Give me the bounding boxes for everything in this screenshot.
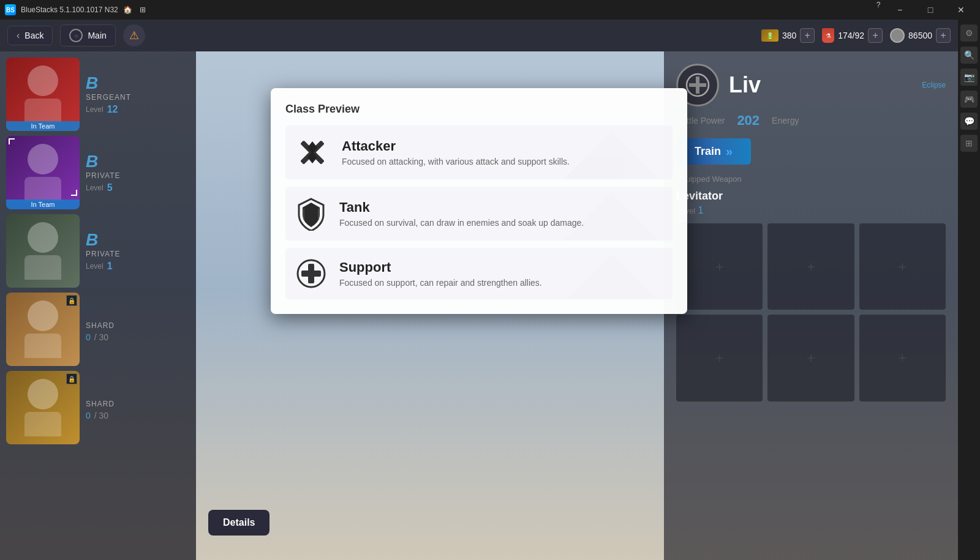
tank-text: Tank Focused on survival, can draw in en… — [339, 200, 584, 228]
close-button[interactable]: ✕ — [947, 0, 975, 20]
app-title: BlueStacks 5.1.100.1017 N32 — [21, 6, 118, 14]
svg-marker-11 — [562, 254, 660, 299]
title-icons: 🏠 ⊞ — [123, 5, 148, 15]
sidebar-button-3[interactable]: 📷 — [960, 69, 978, 86]
class-preview-modal: Class Preview — [271, 88, 687, 314]
multi-instance-icon[interactable]: ⊞ — [138, 5, 148, 15]
attacker-desc: Focused on attacking, with various attac… — [342, 157, 570, 166]
minimize-button[interactable]: − — [886, 0, 914, 20]
back-label: Back — [24, 31, 43, 40]
support-desc: Focused on support, can repair and stren… — [339, 278, 542, 288]
modal-title: Class Preview — [285, 103, 673, 116]
modal-overlay: Class Preview — [0, 51, 958, 560]
stamina-icon: 🔋 — [761, 29, 778, 42]
window-controls: ? − □ ✕ — [873, 0, 975, 20]
sidebar-button-1[interactable]: ⚙ — [960, 24, 978, 42]
title-bar-left: BS BlueStacks 5.1.100.1017 N32 🏠 ⊞ — [5, 4, 148, 15]
resource-stamina: 🔋 380 + — [761, 28, 815, 43]
flask-value: 174/92 — [838, 31, 864, 40]
support-text: Support Focused on support, can repair a… — [339, 259, 542, 288]
main-button[interactable]: ○ Main — [60, 24, 115, 47]
svg-marker-8 — [562, 193, 660, 241]
coin-icon — [890, 28, 905, 43]
bluestacks-logo: BS — [5, 4, 16, 15]
title-bar: BS BlueStacks 5.1.100.1017 N32 🏠 ⊞ ? − □… — [0, 0, 980, 20]
support-bg-pattern — [550, 248, 673, 299]
right-sidebar: ⚙ 🔍 📷 🎮 💬 ⊞ — [958, 20, 980, 560]
svg-marker-3 — [562, 132, 660, 179]
attacker-card[interactable]: Attacker Focused on attacking, with vari… — [285, 125, 673, 179]
add-flask-button[interactable]: + — [868, 28, 883, 43]
support-icon — [295, 258, 327, 289]
back-button[interactable]: ‹ Back — [7, 26, 53, 45]
svg-rect-14 — [301, 271, 321, 277]
tank-name: Tank — [339, 200, 584, 215]
alert-button[interactable]: ⚠ — [123, 24, 145, 47]
tank-bg-pattern — [550, 187, 673, 241]
tank-desc: Focused on survival, can draw in enemies… — [339, 218, 584, 228]
maximize-button[interactable]: □ — [916, 0, 944, 20]
support-card[interactable]: Support Focused on support, can repair a… — [285, 248, 673, 299]
sidebar-button-5[interactable]: 💬 — [960, 113, 978, 130]
attacker-text: Attacker Focused on attacking, with vari… — [342, 138, 570, 166]
add-stamina-button[interactable]: + — [800, 28, 815, 43]
attacker-name: Attacker — [342, 138, 570, 154]
tank-icon — [295, 196, 327, 231]
main-circle-icon: ○ — [69, 29, 83, 42]
home-icon[interactable]: 🏠 — [123, 5, 133, 15]
sidebar-button-2[interactable]: 🔍 — [960, 47, 978, 64]
details-button[interactable]: Details — [208, 510, 270, 536]
attacker-bg-pattern — [550, 125, 673, 179]
coin-value: 86500 — [908, 31, 932, 40]
tank-card[interactable]: Tank Focused on survival, can draw in en… — [285, 187, 673, 241]
sidebar-button-4[interactable]: 🎮 — [960, 91, 978, 108]
game-area: ‹ Back ○ Main ⚠ 🔋 380 + ⚗ 174/92 + 86500… — [0, 20, 958, 560]
resource-coin: 86500 + — [890, 28, 951, 43]
support-name: Support — [339, 259, 542, 275]
add-coin-button[interactable]: + — [936, 28, 951, 43]
sidebar-button-6[interactable]: ⊞ — [960, 135, 978, 152]
stamina-value: 380 — [782, 31, 796, 40]
main-label: Main — [88, 31, 106, 40]
attacker-icon — [295, 135, 330, 170]
flask-icon: ⚗ — [822, 28, 834, 43]
help-icon[interactable]: ? — [873, 0, 883, 10]
back-arrow-icon: ‹ — [17, 30, 20, 41]
resource-flask: ⚗ 174/92 + — [822, 28, 883, 43]
top-nav: ‹ Back ○ Main ⚠ 🔋 380 + ⚗ 174/92 + 86500… — [0, 20, 958, 51]
